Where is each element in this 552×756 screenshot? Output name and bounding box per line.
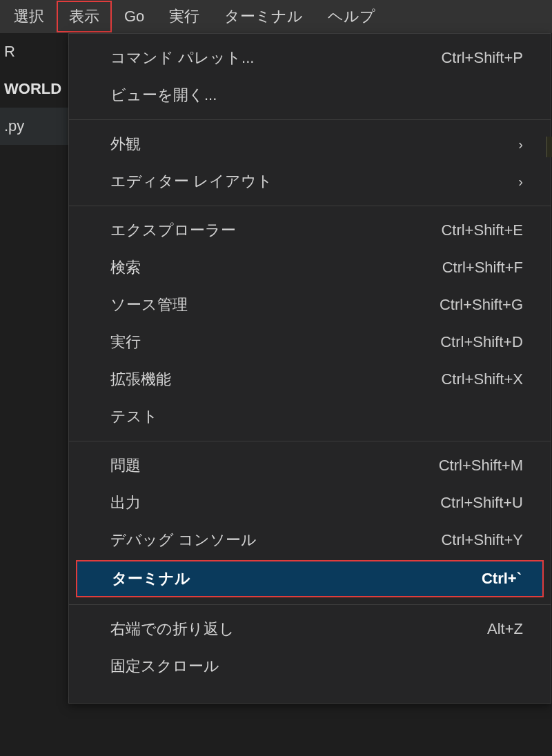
dropdown-item-1-1[interactable]: エディター レイアウト› [69, 163, 551, 200]
menu-item-3[interactable]: 実行 [157, 1, 212, 32]
dropdown-item-shortcut: Alt+Z [487, 620, 523, 638]
dropdown-item-label: ビューを開く... [110, 85, 217, 106]
dropdown-item-3-0[interactable]: 問題Ctrl+Shift+M [69, 447, 551, 484]
dropdown-item-shortcut: Ctrl+Shift+X [441, 370, 523, 388]
sidebar-text-r: R [0, 33, 69, 70]
dropdown-item-2-0[interactable]: エクスプローラーCtrl+Shift+E [69, 212, 551, 249]
dropdown-item-shortcut: Ctrl+` [482, 570, 522, 588]
menu-item-5[interactable]: ヘルプ [315, 1, 388, 32]
dropdown-item-label: 出力 [110, 493, 141, 513]
dropdown-item-shortcut: Ctrl+Shift+G [440, 296, 523, 314]
dropdown-item-3-1[interactable]: 出力Ctrl+Shift+U [69, 484, 551, 521]
menu-item-4[interactable]: ターミナル [212, 1, 315, 32]
dropdown-item-0-0[interactable]: コマンド パレット...Ctrl+Shift+P [69, 39, 551, 77]
dropdown-item-label: 固定スクロール [110, 656, 219, 677]
dropdown-item-3-2[interactable]: デバッグ コンソールCtrl+Shift+Y [69, 521, 551, 559]
dropdown-group-3: 問題Ctrl+Shift+M出力Ctrl+Shift+Uデバッグ コンソールCt… [69, 441, 551, 605]
dropdown-item-label: ソース管理 [110, 295, 188, 315]
menu-item-2[interactable]: Go [112, 2, 157, 31]
dropdown-item-label: エディター レイアウト [110, 171, 273, 192]
dropdown-group-2: エクスプローラーCtrl+Shift+E検索Ctrl+Shift+Fソース管理C… [69, 206, 551, 441]
dropdown-item-shortcut: Ctrl+Shift+E [441, 221, 523, 239]
dropdown-item-shortcut: Ctrl+Shift+M [439, 457, 523, 475]
sidebar-text-world: WORLD [0, 70, 69, 108]
sidebar-file-py[interactable]: .py [0, 108, 69, 145]
dropdown-item-1-0[interactable]: 外観› [69, 126, 551, 163]
menu-item-0[interactable]: 選択 [1, 1, 57, 32]
dropdown-item-label: デバッグ コンソール [110, 530, 257, 550]
dropdown-item-4-1[interactable]: 固定スクロール [69, 648, 551, 685]
dropdown-item-2-4[interactable]: 拡張機能Ctrl+Shift+X [69, 361, 551, 398]
dropdown-item-2-3[interactable]: 実行Ctrl+Shift+D [69, 324, 551, 361]
dropdown-item-label: 検索 [110, 257, 141, 278]
dropdown-item-label: テスト [110, 406, 158, 427]
menubar: 選択表示Go実行ターミナルヘルプ [0, 0, 552, 33]
dropdown-item-0-1[interactable]: ビューを開く... [69, 77, 551, 114]
dropdown-item-2-1[interactable]: 検索Ctrl+Shift+F [69, 249, 551, 286]
dropdown-item-label: 拡張機能 [110, 369, 171, 390]
dropdown-item-2-5[interactable]: テスト [69, 398, 551, 435]
dropdown-item-label: エクスプローラー [110, 220, 236, 241]
dropdown-item-label: 外観 [110, 134, 141, 155]
dropdown-item-2-2[interactable]: ソース管理Ctrl+Shift+G [69, 286, 551, 324]
dropdown-item-shortcut: Ctrl+Shift+Y [441, 531, 523, 549]
dropdown-item-label: ターミナル [112, 568, 190, 589]
dropdown-item-4-0[interactable]: 右端での折り返しAlt+Z [69, 610, 551, 648]
dropdown-group-4: 右端での折り返しAlt+Z固定スクロール [69, 605, 551, 690]
chevron-right-icon: › [518, 137, 523, 152]
dropdown-item-label: コマンド パレット... [110, 48, 254, 68]
dropdown-item-3-3[interactable]: ターミナルCtrl+` [76, 560, 544, 597]
dropdown-item-shortcut: Ctrl+Shift+F [442, 259, 523, 277]
dropdown-item-label: 問題 [110, 455, 141, 476]
dropdown-item-shortcut: Ctrl+Shift+U [440, 494, 523, 512]
chevron-right-icon: › [518, 174, 523, 190]
view-dropdown-menu: コマンド パレット...Ctrl+Shift+Pビューを開く...外観›エディタ… [68, 33, 551, 704]
sidebar: R WORLD .py [0, 33, 69, 145]
editor-sliver [546, 137, 552, 157]
dropdown-item-label: 実行 [110, 332, 141, 352]
dropdown-group-0: コマンド パレット...Ctrl+Shift+Pビューを開く... [69, 34, 551, 120]
menu-item-1[interactable]: 表示 [57, 1, 112, 32]
dropdown-item-shortcut: Ctrl+Shift+D [440, 333, 523, 351]
dropdown-item-shortcut: Ctrl+Shift+P [441, 49, 523, 67]
dropdown-group-1: 外観›エディター レイアウト› [69, 120, 551, 206]
dropdown-item-label: 右端での折り返し [110, 619, 235, 639]
